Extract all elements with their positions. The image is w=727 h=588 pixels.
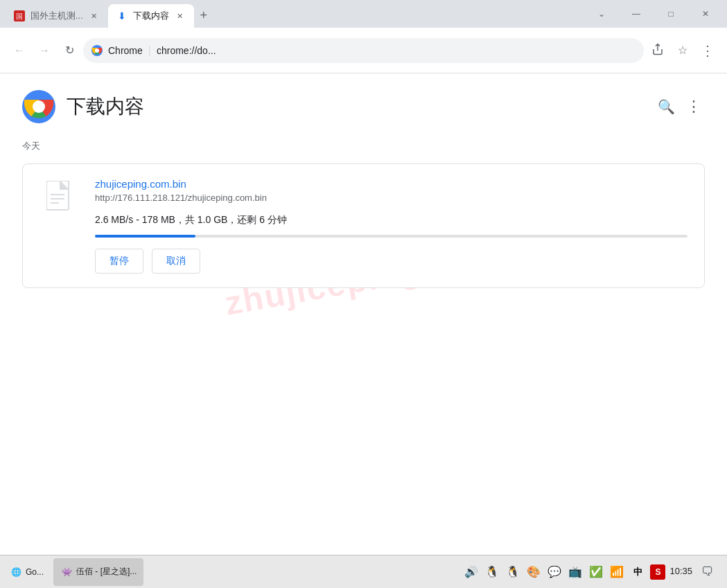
share-icon <box>651 43 664 58</box>
chevron-down-button[interactable]: ⌄ <box>586 3 617 25</box>
tab-2-label: 下载内容 <box>133 10 169 22</box>
page-menu-icon: ⋮ <box>686 98 701 116</box>
new-tab-button[interactable]: + <box>194 6 213 25</box>
qq1-icon[interactable]: 🐧 <box>484 564 500 580</box>
new-tab-icon: + <box>200 8 208 23</box>
address-site-name: Chrome <box>108 45 143 56</box>
back-icon: ← <box>14 44 25 57</box>
page-header-actions: 🔍 ⋮ <box>655 96 705 118</box>
progress-bar-fill <box>95 235 195 238</box>
taskbar-item-music[interactable]: 👾 伍佰 - [星之选]... <box>53 558 143 586</box>
wifi-icon[interactable]: 📶 <box>608 564 625 580</box>
window-controls: ⌄ — □ ✕ <box>586 0 721 28</box>
file-url: http://176.111.218.121/zhujiceping.com.b… <box>95 193 687 203</box>
download-actions: 暂停 取消 <box>95 249 687 274</box>
taskbar-time: 10:35 <box>669 566 692 578</box>
taskbar-right: 🔊 🐧 🐧 🎨 💬 📺 ✅ 📶 中 S 10:35 🗨 <box>457 561 724 583</box>
qq2-icon[interactable]: 🐧 <box>505 564 521 580</box>
svg-point-7 <box>33 100 45 113</box>
address-bar[interactable]: Chrome | chrome://do... <box>83 38 644 63</box>
toolbar: ← → ↻ Chrome | chrome://do... ☆ <box>0 28 727 73</box>
file-icon <box>40 178 81 274</box>
tab-2-close[interactable]: ✕ <box>175 10 186 21</box>
page-menu-button[interactable]: ⋮ <box>683 96 705 118</box>
file-document-icon <box>46 181 74 215</box>
toolbar-actions: ☆ ⋮ <box>647 39 719 62</box>
close-button[interactable]: ✕ <box>690 3 721 25</box>
refresh-icon: ↻ <box>65 44 74 57</box>
section-today-label: 今天 <box>0 134 727 158</box>
filename[interactable]: zhujiceping.com.bin <box>95 178 687 190</box>
taskbar: 🌐 Go... 👾 伍佰 - [星之选]... 🔊 🐧 🐧 🎨 💬 📺 ✅ 📶 … <box>0 555 727 588</box>
taskbar-go-icon: 🌐 <box>11 567 21 577</box>
svg-text:国: 国 <box>16 12 23 20</box>
page-wrapper: 下载内容 🔍 ⋮ zhujiceping.com 今天 <box>0 73 727 288</box>
refresh-button[interactable]: ↻ <box>58 39 80 62</box>
taskbar-music-icon: 👾 <box>62 567 72 577</box>
bookmark-button[interactable]: ☆ <box>672 39 694 62</box>
tab-2[interactable]: ⬇ 下载内容 ✕ <box>108 4 194 28</box>
page-header: 下载内容 🔍 ⋮ <box>0 73 727 134</box>
tab-1[interactable]: 国 国外主机测... ✕ <box>6 4 108 28</box>
download-stats: 2.6 MB/s - 178 MB，共 1.0 GB，还剩 6 分钟 <box>95 214 687 226</box>
notify-icon: 🗨 <box>701 564 714 579</box>
tab-1-close[interactable]: ✕ <box>89 10 100 21</box>
page-title: 下载内容 <box>67 93 144 120</box>
maximize-button[interactable]: □ <box>655 3 687 25</box>
close-icon: ✕ <box>702 9 709 19</box>
bookmark-icon: ☆ <box>678 44 687 57</box>
tab-2-favicon: ⬇ <box>116 10 128 21</box>
check-icon[interactable]: ✅ <box>588 564 604 580</box>
wechat-icon[interactable]: 💬 <box>546 564 563 580</box>
pause-button[interactable]: 暂停 <box>95 249 143 274</box>
notification-button[interactable]: 🗨 <box>697 561 719 583</box>
tab-1-label: 国外主机测... <box>30 10 83 22</box>
tab-1-favicon: 国 <box>14 10 25 21</box>
progress-bar-container <box>95 235 687 238</box>
address-separator: | <box>148 44 151 57</box>
sougou-icon[interactable]: S <box>650 564 665 580</box>
colorful-icon[interactable]: 🎨 <box>525 564 542 580</box>
chrome-icon <box>91 45 103 56</box>
search-icon: 🔍 <box>658 98 675 115</box>
chevron-down-icon: ⌄ <box>598 9 605 19</box>
lang-icon[interactable]: 中 <box>629 564 646 580</box>
forward-icon: → <box>39 44 50 57</box>
chrome-logo <box>22 90 55 123</box>
forward-button[interactable]: → <box>33 39 55 62</box>
menu-icon: ⋮ <box>701 42 715 59</box>
monitor-icon[interactable]: 📺 <box>567 564 584 580</box>
title-bar: 国 国外主机测... ✕ ⬇ 下载内容 ✕ + ⌄ — □ ✕ <box>0 0 727 28</box>
page-content: 下载内容 🔍 ⋮ zhujiceping.com 今天 <box>0 73 727 555</box>
minimize-icon: — <box>632 9 640 19</box>
download-card: zhujiceping.com.bin http://176.111.218.1… <box>22 163 705 288</box>
address-url: chrome://do... <box>157 45 216 56</box>
taskbar-go-label: Go... <box>26 567 44 577</box>
cancel-button[interactable]: 取消 <box>152 249 200 274</box>
download-info: zhujiceping.com.bin http://176.111.218.1… <box>95 178 687 274</box>
svg-point-4 <box>95 48 99 53</box>
back-button[interactable]: ← <box>8 39 30 62</box>
maximize-icon: □ <box>668 9 673 19</box>
taskbar-item-go[interactable]: 🌐 Go... <box>3 558 52 586</box>
search-button[interactable]: 🔍 <box>655 96 677 118</box>
menu-button[interactable]: ⋮ <box>697 39 719 62</box>
minimize-button[interactable]: — <box>620 3 652 25</box>
volume-icon[interactable]: 🔊 <box>463 564 480 580</box>
share-button[interactable] <box>647 39 669 62</box>
taskbar-music-label: 伍佰 - [星之选]... <box>76 566 137 578</box>
